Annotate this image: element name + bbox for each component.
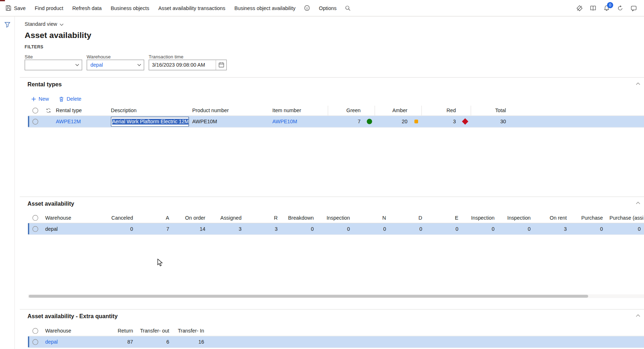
horizontal-scrollbar-thumb[interactable]: [29, 295, 588, 298]
assigned-cell[interactable]: 3: [209, 226, 245, 231]
site-dropdown-button[interactable]: [73, 60, 82, 70]
site-combobox[interactable]: [25, 59, 82, 70]
n-cell[interactable]: 0: [353, 226, 389, 231]
on-rent-cell[interactable]: 3: [534, 226, 570, 231]
col-header-item-number[interactable]: Item number: [271, 108, 328, 114]
col-header-canceled[interactable]: Canceled: [111, 215, 136, 221]
row-select-cell: [28, 226, 43, 231]
menu-refresh-data[interactable]: Refresh data: [68, 0, 106, 16]
rental-types-grid-header: Rental type Description Product number I…: [28, 106, 644, 116]
col-header-inspection-3[interactable]: Inspection: [498, 215, 534, 221]
alerts-bell-icon[interactable]: 0: [603, 4, 610, 12]
col-header-return[interactable]: Return: [111, 328, 136, 334]
col-header-on-order[interactable]: On order: [173, 215, 209, 221]
transfer-in-cell[interactable]: 16: [173, 339, 208, 345]
inspection-2-cell[interactable]: 0: [462, 226, 498, 231]
return-cell[interactable]: 87: [111, 339, 136, 345]
row-selector-radio[interactable]: [33, 226, 38, 231]
col-header-product-number[interactable]: Product number: [191, 108, 271, 114]
col-header-transfer-in[interactable]: Transfer- In: [173, 328, 208, 334]
new-button[interactable]: New: [31, 96, 49, 102]
transfer-out-cell[interactable]: 6: [136, 339, 173, 345]
menu-business-object-availability[interactable]: Business object availability: [230, 0, 300, 16]
save-button[interactable]: Save: [1, 0, 30, 16]
message-square-icon[interactable]: [630, 4, 638, 12]
col-header-assigned[interactable]: Assigned: [209, 215, 245, 221]
feedback-smiley-button[interactable]: [300, 0, 314, 16]
col-header-n[interactable]: N: [353, 215, 389, 221]
col-header-on-rent[interactable]: On rent: [534, 215, 570, 221]
warehouse-value[interactable]: depal: [90, 62, 135, 68]
purchase-assigned-cell[interactable]: 0: [606, 226, 644, 231]
sync-column-header[interactable]: [43, 108, 54, 114]
col-header-inspection-2[interactable]: Inspection: [462, 215, 498, 221]
total-count-cell[interactable]: 30: [471, 119, 509, 124]
a-cell[interactable]: 7: [136, 226, 173, 231]
inspection-3-cell[interactable]: 0: [498, 226, 534, 231]
rental-types-collapse-button[interactable]: [636, 82, 640, 85]
warehouse-dropdown-button[interactable]: [135, 60, 144, 70]
product-number-cell[interactable]: AWPE10M: [191, 119, 271, 124]
delete-button[interactable]: Delete: [59, 96, 81, 102]
col-header-breakdown[interactable]: Breakdown: [281, 215, 317, 221]
purchase-cell[interactable]: 0: [570, 226, 606, 231]
search-button[interactable]: [341, 0, 355, 16]
diamond-slash-icon[interactable]: [576, 4, 584, 12]
canceled-cell[interactable]: 0: [111, 226, 136, 231]
col-header-inspection-1[interactable]: Inspection: [317, 215, 353, 221]
warehouse-cell[interactable]: depal: [43, 226, 111, 231]
d-cell[interactable]: 0: [389, 226, 426, 231]
col-header-purchase[interactable]: Purchase: [570, 215, 606, 221]
r-cell[interactable]: 3: [245, 226, 281, 231]
history-refresh-icon[interactable]: [616, 4, 624, 12]
row-selector-radio[interactable]: [33, 339, 38, 345]
col-header-green[interactable]: Green: [328, 106, 364, 116]
select-all-radio[interactable]: [33, 108, 38, 114]
on-order-cell[interactable]: 14: [173, 226, 209, 231]
filter-funnel-icon[interactable]: [4, 21, 10, 28]
asset-availability-collapse-button[interactable]: [636, 201, 640, 204]
options-menu[interactable]: Options: [314, 0, 341, 16]
col-header-transfer-out[interactable]: Transfer- out: [136, 328, 173, 334]
item-number-cell[interactable]: AWPE10M: [271, 119, 328, 124]
green-count-cell[interactable]: 7: [328, 119, 364, 124]
extra-quantity-row[interactable]: depal 87 6 16: [28, 336, 644, 348]
horizontal-scrollbar[interactable]: [28, 294, 644, 298]
open-book-icon[interactable]: [589, 4, 597, 12]
view-selector[interactable]: Standard view: [25, 21, 64, 28]
col-header-total[interactable]: Total: [471, 106, 509, 116]
description-cell[interactable]: Aerial Work Plaftorm Electric 12M: [111, 116, 191, 126]
warehouse-cell[interactable]: depal: [43, 339, 111, 345]
description-edit-input[interactable]: Aerial Work Plaftorm Electric 12M: [111, 116, 189, 126]
select-all-radio[interactable]: [33, 328, 38, 334]
warehouse-combobox[interactable]: depal: [87, 59, 144, 70]
asset-availability-row[interactable]: depal 0 7 14 3 3 0 0 0 0 0 0 0 3: [28, 223, 644, 235]
menu-business-objects[interactable]: Business objects: [106, 0, 154, 16]
col-header-warehouse[interactable]: Warehouse: [43, 328, 111, 334]
menu-find-product[interactable]: Find product: [30, 0, 68, 16]
col-header-red[interactable]: Red: [421, 106, 459, 116]
e-cell[interactable]: 0: [426, 226, 462, 231]
col-header-warehouse[interactable]: Warehouse: [43, 215, 111, 221]
extra-quantity-collapse-button[interactable]: [636, 314, 640, 317]
rental-type-cell[interactable]: AWPE12M: [54, 119, 111, 124]
calendar-picker-button[interactable]: [216, 60, 226, 70]
transaction-time-input[interactable]: 3/16/2023 09:08:00 AM: [149, 59, 227, 70]
col-header-a[interactable]: A: [136, 215, 173, 221]
col-header-r[interactable]: R: [245, 215, 281, 221]
col-header-amber[interactable]: Amber: [374, 106, 411, 116]
row-selector-radio[interactable]: [33, 119, 38, 124]
breakdown-cell[interactable]: 0: [281, 226, 317, 231]
menu-asset-availability-transactions[interactable]: Asset availability transactions: [154, 0, 230, 16]
col-header-purchase-assigned[interactable]: Purchase (assi...: [606, 215, 644, 221]
col-header-rental-type[interactable]: Rental type: [54, 108, 111, 114]
red-count-cell[interactable]: 3: [421, 119, 459, 124]
col-header-e[interactable]: E: [426, 215, 462, 221]
select-all-radio[interactable]: [33, 215, 38, 221]
col-header-d[interactable]: D: [389, 215, 426, 221]
inspection-1-cell[interactable]: 0: [317, 226, 353, 231]
amber-count-cell[interactable]: 20: [374, 119, 411, 124]
extra-quantity-grid-header: Warehouse Return Transfer- out Transfer-…: [28, 326, 644, 336]
col-header-description[interactable]: Description: [111, 108, 191, 114]
rental-types-row[interactable]: AWPE12M Aerial Work Plaftorm Electric 12…: [28, 116, 644, 128]
